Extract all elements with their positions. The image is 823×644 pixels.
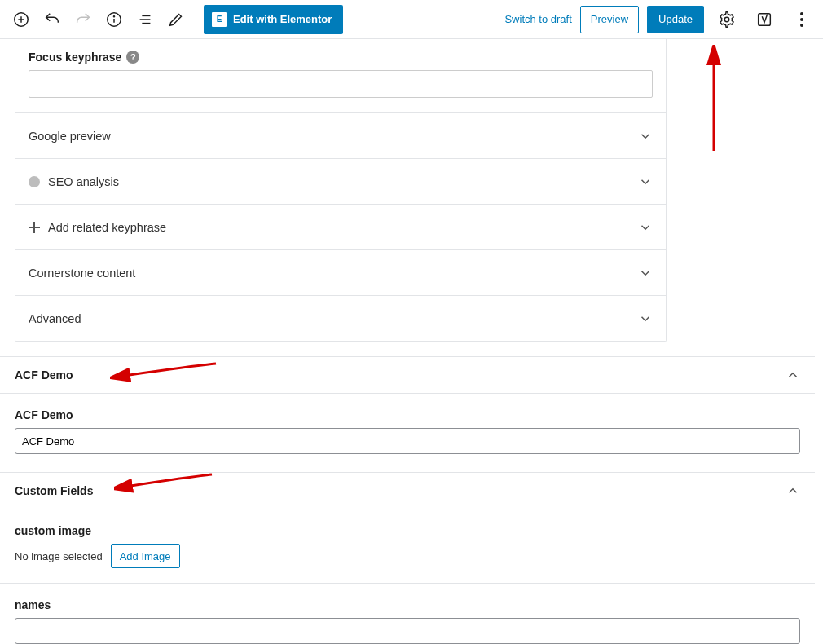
svg-point-9 [724, 17, 729, 22]
svg-point-5 [113, 15, 114, 16]
custom-fields-panel-header[interactable]: Custom Fields [0, 472, 815, 509]
advanced-row[interactable]: Advanced [15, 295, 666, 341]
status-dot-icon [29, 176, 40, 187]
google-preview-label: Google preview [29, 130, 111, 143]
chevron-down-icon [638, 129, 653, 143]
cornerstone-content-row[interactable]: Cornerstone content [15, 249, 666, 295]
chevron-up-icon [786, 368, 800, 382]
toolbar-right-group: Switch to draft Preview Update [504, 5, 816, 34]
seo-analysis-row[interactable]: SEO analysis [15, 158, 666, 204]
acf-demo-field-label: ACF Demo [15, 408, 823, 421]
chevron-down-icon [638, 220, 653, 235]
info-icon[interactable] [99, 5, 129, 34]
more-options-icon[interactable] [787, 5, 816, 34]
settings-gear-icon[interactable] [712, 5, 742, 34]
seo-analysis-label: SEO analysis [48, 175, 119, 188]
advanced-label: Advanced [29, 312, 81, 325]
help-icon[interactable]: ? [126, 51, 139, 64]
switch-to-draft-link[interactable]: Switch to draft [504, 13, 571, 25]
acf-demo-panel-header[interactable]: ACF Demo [0, 356, 815, 394]
toolbar-left-group: E Edit with Elementor [7, 5, 343, 34]
editor-top-toolbar: E Edit with Elementor Switch to draft Pr… [0, 0, 823, 39]
custom-image-field-label: custom image [15, 524, 823, 537]
plus-icon [29, 222, 40, 233]
yoast-icon[interactable] [750, 5, 779, 34]
focus-keyphrase-label-text: Focus keyphrase [29, 51, 121, 64]
no-image-selected-text: No image selected [15, 550, 103, 562]
field-divider [0, 583, 815, 584]
names-field-input[interactable] [15, 618, 800, 644]
add-image-button[interactable]: Add Image [111, 544, 180, 568]
names-field-label: names [15, 598, 823, 611]
focus-keyphrase-input[interactable] [29, 70, 653, 98]
yoast-seo-metabox: Focus keyphrase ? Google preview SEO ana… [15, 39, 667, 342]
add-block-icon[interactable] [7, 5, 36, 34]
edit-icon[interactable] [161, 5, 191, 34]
chevron-down-icon [638, 266, 653, 280]
google-preview-row[interactable]: Google preview [15, 112, 666, 158]
add-related-keyphrase-row[interactable]: Add related keyphrase [15, 204, 666, 249]
undo-icon[interactable] [37, 5, 67, 34]
focus-keyphrase-block: Focus keyphrase ? [15, 39, 666, 112]
elementor-logo-icon: E [212, 12, 227, 27]
custom-fields-panel-title: Custom Fields [15, 484, 93, 497]
chevron-up-icon [786, 483, 800, 498]
update-button[interactable]: Update [647, 6, 704, 33]
elementor-button-label: Edit with Elementor [233, 13, 332, 25]
custom-image-row: No image selected Add Image [15, 544, 823, 568]
outline-icon[interactable] [130, 5, 160, 34]
add-related-keyphrase-label: Add related keyphrase [48, 221, 166, 234]
acf-demo-field-input[interactable] [15, 428, 800, 454]
edit-with-elementor-button[interactable]: E Edit with Elementor [204, 5, 343, 34]
preview-button[interactable]: Preview [580, 6, 639, 33]
chevron-down-icon [638, 311, 653, 326]
redo-icon [68, 5, 98, 34]
annotation-arrow-update [699, 45, 732, 159]
cornerstone-content-label: Cornerstone content [29, 267, 135, 280]
chevron-down-icon [638, 174, 653, 189]
focus-keyphrase-label: Focus keyphrase ? [29, 51, 653, 64]
acf-demo-panel-title: ACF Demo [15, 368, 73, 382]
